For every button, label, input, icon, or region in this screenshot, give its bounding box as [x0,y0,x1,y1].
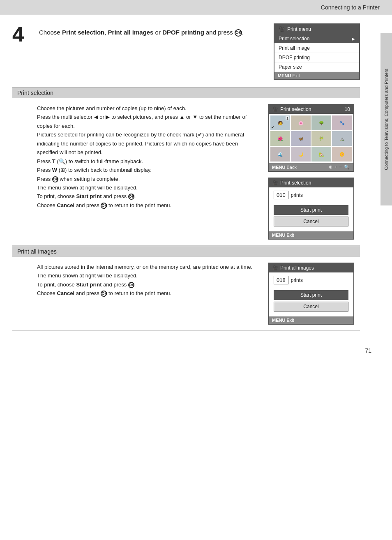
thumbnail-grid: 🧑 1 ✔ 🌸 🌳 🐾 🌺 [269,114,353,163]
thumb-camera-icon: 🎥 [272,106,278,112]
thumb-footer-icons: ⊕ + − 🔍 [329,164,350,170]
thumb-ui-header: 🎥 Print selection 10 [269,105,353,114]
thumb-figure-10: 🌙 [291,147,311,162]
thumb-cell-8: ⛰️ [332,131,352,146]
thumb-cell-5: 🌺 [270,131,290,146]
step-number: 4 [12,23,31,45]
menu-item-paper-size[interactable]: Paper size [274,62,359,72]
thumb-cell-1: 🧑 1 ✔ [270,115,290,130]
ps-confirm-header: 🎥 Print selection [269,178,353,187]
thumb-cell-6: 🦋 [291,131,311,146]
thumb-figure-9: 🌊 [270,147,290,162]
ps-confirm-body: 010 prints Start print Cancel [269,187,353,231]
page-number: 71 [0,339,392,358]
print-all-confirm-ui: 🎥 Print all images 018 prints Start prin… [268,263,354,325]
thumb-figure-11: 🏡 [311,147,331,162]
thumb-num-1: 1 [286,116,289,120]
ps-confirm-title: Print selection [280,180,311,186]
thumb-cell-4: 🐾 [332,115,352,130]
bold-print-all-images: Print all images [108,29,154,36]
step-text: Choose Print selection, Print all images… [39,23,265,37]
pa-prints-label: prints [291,277,303,283]
thumb-cell-10: 🌙 [291,147,311,162]
ok-symbol-3: OK [101,203,107,209]
ok-symbol-1: OK [52,176,58,182]
thumb-figure-2: 🌸 [291,115,311,130]
thumb-figure-3: 🌳 [311,115,331,130]
pa-start-print-btn[interactable]: Start print [274,290,348,300]
ps-prints-row: 010 prints [274,191,348,199]
step-4-row: 4 Choose Print selection, Print all imag… [12,23,360,80]
section-body-print-all: All pictures stored in the internal memo… [12,257,360,331]
pa-prints-row: 018 prints [274,276,348,284]
pa-confirm-camera-icon: 🎥 [272,265,278,271]
section-header-print-selection: Print selection [12,87,360,98]
pa-cancel-btn[interactable]: Cancel [274,302,348,312]
print-menu-title: Print menu [287,26,311,32]
side-tab: Connecting to Televisions, Computers and… [380,33,392,205]
pa-prints-value: 018 [274,276,288,284]
bold-print-selection: Print selection [62,29,104,36]
thumb-check-1: ✔ [271,125,274,129]
thumb-cell-11: 🏡 [311,147,331,162]
thumb-cell-3: 🌳 [311,115,331,130]
print-menu-camera-ui: 🎥 Print menu Print selection Print all i… [274,23,360,80]
ps-cancel-btn[interactable]: Cancel [274,217,348,226]
print-menu-ui-header: 🎥 Print menu [274,24,359,34]
ok-button-symbol: OK [235,29,242,37]
main-content: 4 Choose Print selection, Print all imag… [0,15,380,339]
thumb-ui-footer: MENU Back ⊕ + − 🔍 [269,163,353,171]
header-title: Connecting to a Printer [321,4,380,11]
ps-confirm-footer: MENU Exit [269,231,353,239]
menu-item-dpof-printing[interactable]: DPOF printing [274,53,359,62]
bold-dpof-printing: DPOF printing [162,29,204,36]
print-selection-confirm-ui: 🎥 Print selection 010 prints Start print… [268,178,354,240]
section-body-print-selection: Choose the pictures and number of copies… [12,98,360,246]
thumb-figure-12: 🌼 [332,147,352,162]
print-selection-screens: 🎥 Print selection 10 🧑 1 ✔ 🌸 [268,104,354,240]
thumb-figure-5: 🌺 [270,131,290,146]
thumb-cell-9: 🌊 [270,147,290,162]
thumb-figure-6: 🦋 [291,131,311,146]
pa-confirm-title: Print all images [280,265,314,271]
ps-start-print-btn[interactable]: Start print [274,205,348,215]
camera-icon: 🎥 [278,26,285,32]
print-all-screens: 🎥 Print all images 018 prints Start prin… [268,263,354,325]
ps-prints-label: prints [291,192,303,198]
ok-symbol-5: OK [101,291,107,297]
thumb-ui-count: 10 [345,106,350,112]
menu-item-print-all-image[interactable]: Print all image [274,44,359,53]
print-menu-footer: MENU Exit [274,72,359,79]
thumb-grid-ui: 🎥 Print selection 10 🧑 1 ✔ 🌸 [268,104,354,172]
pa-confirm-footer: MENU Exit [269,316,353,324]
page-header: Connecting to a Printer [0,0,392,15]
thumb-cell-7: 🎋 [311,131,331,146]
pa-confirm-header: 🎥 Print all images [269,263,353,272]
print-all-description: All pictures stored in the internal memo… [37,263,260,325]
thumb-cell-12: 🌼 [332,147,352,162]
side-tab-text: Connecting to Televisions, Computers and… [383,69,389,170]
ok-symbol-4: OK [128,282,134,288]
thumb-figure-7: 🎋 [311,131,331,146]
ok-symbol-2: OK [128,194,134,200]
menu-item-print-selection[interactable]: Print selection [274,34,359,44]
thumb-figure-4: 🐾 [332,115,352,130]
ps-confirm-camera-icon: 🎥 [272,180,278,186]
thumb-ui-header-left: 🎥 Print selection [272,106,311,112]
thumb-ui-title: Print selection [280,106,311,112]
thumb-cell-2: 🌸 [291,115,311,130]
pa-confirm-body: 018 prints Start print Cancel [269,272,353,316]
thumb-figure-8: ⛰️ [332,131,352,146]
thumb-footer-back: MENU Back [272,165,297,170]
ps-prints-value: 010 [274,191,288,199]
print-selection-description: Choose the pictures and number of copies… [37,104,260,240]
section-header-print-all: Print all images [12,246,360,257]
